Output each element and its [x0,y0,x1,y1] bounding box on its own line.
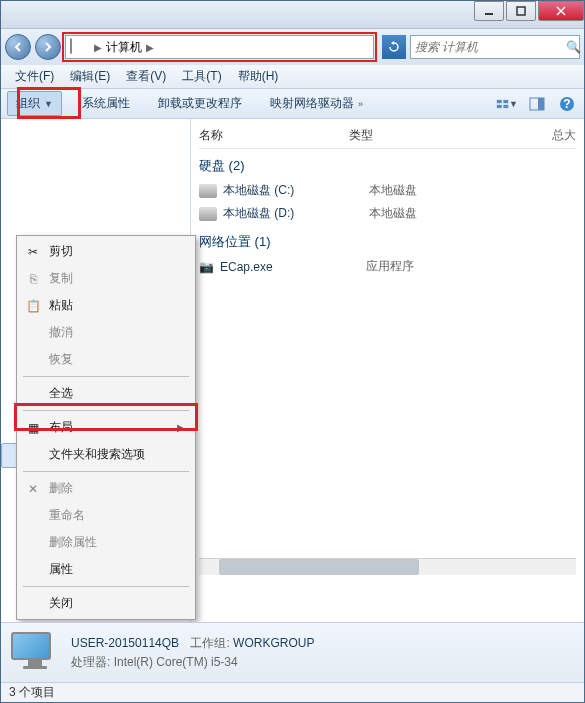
svg-rect-1 [517,7,525,15]
uninstall-button[interactable]: 卸载或更改程序 [150,92,250,115]
svg-text:?: ? [563,97,570,111]
organize-button[interactable]: 组织 ▼ [7,91,62,116]
view-mode-button[interactable]: ▼ [496,93,518,115]
titlebar [1,1,584,29]
menu-remove-props: 删除属性 [19,529,193,556]
chevron-right-icon: ▶ [94,42,102,53]
menu-folder-options[interactable]: 文件夹和搜索选项 [19,441,193,468]
menu-rename: 重命名 [19,502,193,529]
menu-cut[interactable]: ✂ 剪切 [19,238,193,265]
menu-layout[interactable]: ▦ 布局 ▶ [19,414,193,441]
paste-icon: 📋 [25,298,41,314]
organize-menu: ✂ 剪切 ⎘ 复制 📋 粘贴 撤消 恢复 全选 ▦ [16,235,196,620]
menu-copy: ⎘ 复制 [19,265,193,292]
help-button[interactable]: ? [556,93,578,115]
details-line1: USER-20150114QB 工作组: WORKGROUP [71,635,314,652]
menu-tools[interactable]: 工具(T) [174,66,229,87]
refresh-button[interactable] [382,35,406,59]
menu-separator [23,586,189,587]
menu-redo: 恢复 [19,346,193,373]
status-item-count: 3 个项目 [9,684,55,701]
address-bar[interactable]: ▶ 计算机 ▶ [65,35,374,59]
explorer-window: ▶ 计算机 ▶ 🔍 文件(F) 编辑(E) 查看(V) 工具(T) 帮助(H) … [0,0,585,703]
menu-properties[interactable]: 属性 [19,556,193,583]
file-row[interactable]: 📷 ECap.exe 应用程序 [199,255,576,278]
details-pane: USER-20150114QB 工作组: WORKGROUP 处理器: Inte… [1,622,584,682]
search-box[interactable]: 🔍 [410,35,580,59]
address-location: 计算机 [106,39,142,56]
delete-icon: ✕ [25,481,41,497]
svg-rect-3 [503,99,508,102]
layout-icon: ▦ [25,420,41,436]
dropdown-arrow-icon: ▼ [44,99,53,109]
drive-icon [199,207,217,221]
computer-icon [70,39,86,55]
toolbar: 组织 ▼ 系统属性 卸载或更改程序 映射网络驱动器 » ▼ ? [1,89,584,119]
search-input[interactable] [415,40,566,54]
system-properties-button[interactable]: 系统属性 [74,92,138,115]
navbar: ▶ 计算机 ▶ 🔍 [1,29,584,65]
svg-rect-2 [497,99,502,102]
copy-icon: ⎘ [25,271,41,287]
body-area: 计算机 本地磁盘 (C:) 本地磁盘 (D:) 🖧 网络 名称 类型 总大 [1,119,584,622]
menu-help[interactable]: 帮助(H) [230,66,287,87]
maximize-button[interactable] [506,1,536,21]
preview-pane-button[interactable] [526,93,548,115]
menu-select-all[interactable]: 全选 [19,380,193,407]
svg-rect-0 [485,13,493,15]
drive-row[interactable]: 本地磁盘 (D:) 本地磁盘 [199,202,576,225]
col-name[interactable]: 名称 [199,127,349,144]
map-drive-button[interactable]: 映射网络驱动器 » [262,92,371,115]
search-icon: 🔍 [566,40,581,54]
chevron-right-icon: ▶ [146,42,154,53]
menu-undo: 撤消 [19,319,193,346]
chevron-right-icon: » [358,99,363,109]
minimize-button[interactable] [474,1,504,21]
chevron-right-icon: ▶ [177,422,185,433]
dropdown-arrow-icon: ▼ [509,99,518,109]
svg-rect-4 [497,104,502,107]
menu-separator [23,410,189,411]
back-button[interactable] [5,34,31,60]
col-total[interactable]: 总大 [449,127,576,144]
close-button[interactable] [538,1,584,21]
menu-close[interactable]: 关闭 [19,590,193,617]
menu-edit[interactable]: 编辑(E) [62,66,118,87]
svg-rect-5 [503,104,508,107]
col-type[interactable]: 类型 [349,127,449,144]
horizontal-scrollbar[interactable] [199,558,576,575]
cut-icon: ✂ [25,244,41,260]
menu-file[interactable]: 文件(F) [7,66,62,87]
menu-separator [23,376,189,377]
menu-view[interactable]: 查看(V) [118,66,174,87]
statusbar: 3 个项目 [1,682,584,702]
drive-icon [199,184,217,198]
section-network: 网络位置 (1) [199,225,576,255]
drive-row[interactable]: 本地磁盘 (C:) 本地磁盘 [199,179,576,202]
forward-button[interactable] [35,34,61,60]
menu-separator [23,471,189,472]
menu-paste[interactable]: 📋 粘贴 [19,292,193,319]
section-hdd: 硬盘 (2) [199,149,576,179]
menu-delete: ✕ 删除 [19,475,193,502]
content-area: 名称 类型 总大 硬盘 (2) 本地磁盘 (C:) 本地磁盘 本地磁盘 (D:)… [191,119,584,622]
column-header[interactable]: 名称 类型 总大 [199,123,576,149]
details-line2: 处理器: Intel(R) Core(TM) i5-34 [71,654,314,671]
svg-rect-7 [538,98,544,110]
menubar: 文件(F) 编辑(E) 查看(V) 工具(T) 帮助(H) [1,65,584,89]
camera-icon: 📷 [199,260,214,274]
computer-large-icon [11,632,59,674]
